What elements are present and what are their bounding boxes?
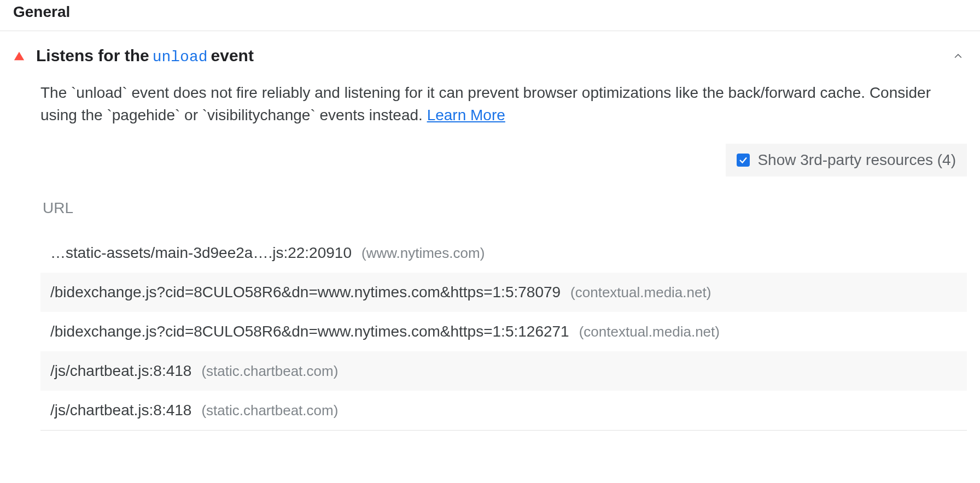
table-row[interactable]: /js/chartbeat.js:8:418 (static.chartbeat… <box>40 391 967 430</box>
table-row[interactable]: /js/chartbeat.js:8:418 (static.chartbeat… <box>40 351 967 391</box>
url-path: /bidexchange.js?cid=8CULO58R6&dn=www.nyt… <box>50 284 561 301</box>
url-path: /bidexchange.js?cid=8CULO58R6&dn=www.nyt… <box>50 323 569 340</box>
url-origin: (static.chartbeat.com) <box>201 363 338 380</box>
url-origin: (contextual.media.net) <box>570 284 711 301</box>
url-table: …static-assets/main-3d9ee2a….js:22:20910… <box>40 233 967 431</box>
audit-title: Listens for the unload event <box>36 46 949 66</box>
url-origin: (www.nytimes.com) <box>361 245 485 262</box>
warning-triangle-icon <box>13 50 25 62</box>
audit-header[interactable]: Listens for the unload event <box>0 44 980 66</box>
url-path: …static-assets/main-3d9ee2a….js:22:20910 <box>50 244 352 262</box>
audit-title-code: unload <box>153 49 208 66</box>
url-path: /js/chartbeat.js:8:418 <box>50 362 191 380</box>
table-row[interactable]: /bidexchange.js?cid=8CULO58R6&dn=www.nyt… <box>40 312 967 351</box>
table-row[interactable]: …static-assets/main-3d9ee2a….js:22:20910… <box>40 233 967 273</box>
section-title: General <box>0 0 980 31</box>
audit-title-prefix: Listens for the <box>36 46 149 65</box>
url-origin: (contextual.media.net) <box>579 323 720 340</box>
audit-item: Listens for the unload event The `unload… <box>0 31 980 431</box>
table-row[interactable]: /bidexchange.js?cid=8CULO58R6&dn=www.nyt… <box>40 273 967 312</box>
url-origin: (static.chartbeat.com) <box>201 402 338 419</box>
third-party-toggle-label: Show 3rd-party resources (4) <box>757 151 956 169</box>
url-path: /js/chartbeat.js:8:418 <box>50 402 191 419</box>
url-column-header: URL <box>40 186 967 233</box>
learn-more-link[interactable]: Learn More <box>427 107 505 123</box>
chevron-up-icon[interactable] <box>949 48 967 65</box>
audit-description: The `unload` event does not fire reliabl… <box>40 82 967 126</box>
third-party-toggle[interactable]: Show 3rd-party resources (4) <box>726 144 967 176</box>
audit-title-suffix: event <box>211 46 254 65</box>
checkbox-checked-icon[interactable] <box>737 154 750 167</box>
